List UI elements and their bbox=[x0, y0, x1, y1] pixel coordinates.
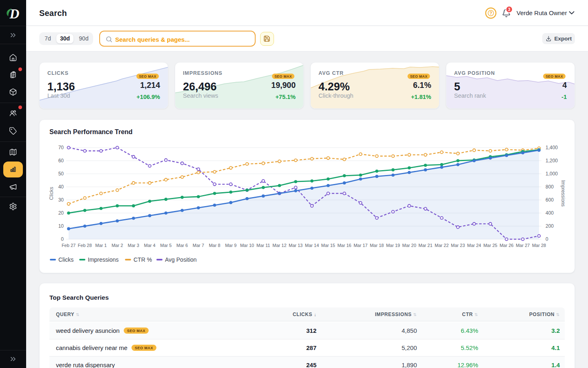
svg-text:Feb 28: Feb 28 bbox=[78, 243, 92, 248]
svg-text:Mar 27: Mar 27 bbox=[516, 243, 530, 248]
svg-text:Mar 6: Mar 6 bbox=[176, 243, 188, 248]
svg-text:Mar 21: Mar 21 bbox=[419, 243, 432, 248]
svg-text:Mar 12: Mar 12 bbox=[272, 243, 286, 248]
svg-text:1,000: 1,000 bbox=[546, 171, 558, 177]
svg-text:Mar 18: Mar 18 bbox=[370, 243, 384, 248]
svg-text:Mar 7: Mar 7 bbox=[193, 243, 204, 248]
svg-text:1,400: 1,400 bbox=[546, 145, 558, 150]
svg-text:0: 0 bbox=[546, 236, 548, 242]
svg-text:Mar 23: Mar 23 bbox=[451, 243, 465, 248]
svg-text:30: 30 bbox=[58, 197, 64, 203]
svg-text:Clicks: Clicks bbox=[49, 187, 54, 200]
svg-text:Mar 28: Mar 28 bbox=[532, 243, 546, 248]
svg-text:Mar 3: Mar 3 bbox=[128, 243, 139, 248]
svg-text:60: 60 bbox=[58, 158, 64, 164]
svg-text:Mar 20: Mar 20 bbox=[402, 243, 416, 248]
svg-text:0: 0 bbox=[61, 236, 64, 242]
svg-text:D: D bbox=[9, 7, 20, 21]
svg-text:Mar 19: Mar 19 bbox=[386, 243, 400, 248]
svg-text:70: 70 bbox=[58, 145, 64, 150]
svg-text:Mar 2: Mar 2 bbox=[111, 243, 123, 248]
svg-text:Mar 26: Mar 26 bbox=[499, 243, 513, 248]
svg-text:Mar 25: Mar 25 bbox=[483, 243, 497, 248]
svg-text:Mar 4: Mar 4 bbox=[144, 243, 156, 248]
svg-text:Mar 13: Mar 13 bbox=[289, 243, 303, 248]
svg-text:Mar 14: Mar 14 bbox=[305, 243, 319, 248]
svg-text:40: 40 bbox=[58, 184, 64, 190]
svg-text:200: 200 bbox=[546, 223, 554, 229]
svg-text:Mar 15: Mar 15 bbox=[321, 243, 335, 248]
svg-text:Mar 10: Mar 10 bbox=[240, 243, 254, 248]
svg-text:20: 20 bbox=[58, 210, 64, 216]
svg-text:Mar 1: Mar 1 bbox=[95, 243, 107, 248]
svg-text:1,200: 1,200 bbox=[546, 158, 558, 164]
svg-text:50: 50 bbox=[58, 171, 64, 177]
svg-text:800: 800 bbox=[546, 184, 554, 190]
svg-text:400: 400 bbox=[546, 210, 554, 216]
svg-text:Mar 5: Mar 5 bbox=[160, 243, 172, 248]
svg-text:Mar 11: Mar 11 bbox=[256, 243, 270, 248]
svg-text:Impressions: Impressions bbox=[560, 180, 566, 207]
svg-text:Mar 24: Mar 24 bbox=[467, 243, 481, 248]
svg-text:Mar 17: Mar 17 bbox=[354, 243, 368, 248]
svg-text:Mar 9: Mar 9 bbox=[225, 243, 236, 248]
svg-text:Mar 8: Mar 8 bbox=[209, 243, 220, 248]
svg-text:Mar 16: Mar 16 bbox=[337, 243, 351, 248]
svg-text:10: 10 bbox=[58, 223, 64, 229]
svg-text:Feb 27: Feb 27 bbox=[62, 243, 76, 248]
svg-text:Mar 22: Mar 22 bbox=[435, 243, 449, 248]
svg-text:?: ? bbox=[490, 11, 492, 16]
svg-text:600: 600 bbox=[546, 197, 554, 203]
